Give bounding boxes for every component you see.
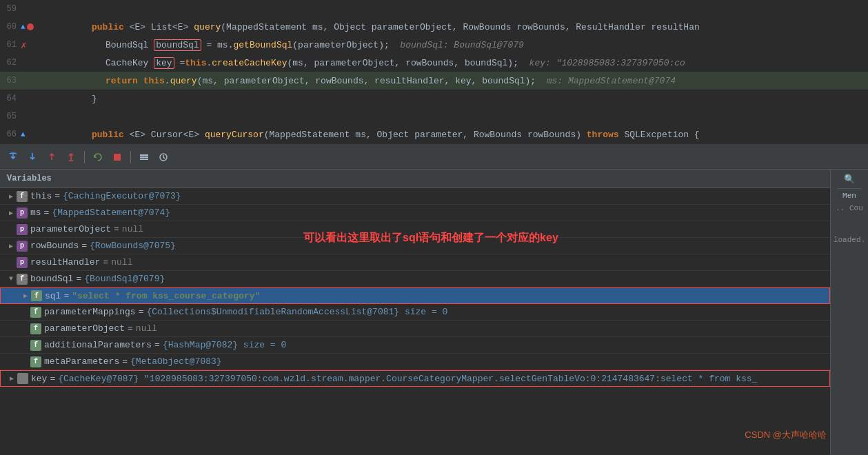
var-parameterobject-nested[interactable]: f parameterObject = null xyxy=(0,321,830,337)
svg-rect-2 xyxy=(140,154,148,156)
var-value-resulthandler: null xyxy=(111,257,132,267)
main-content: Variables f this = {CachingExecutor@7073… xyxy=(0,170,868,455)
code-line-62: 62 CacheKey key = this.createCacheKey (m… xyxy=(0,54,868,72)
var-key[interactable]: key = {CacheKey@7087} "1028985083:327397… xyxy=(0,370,830,387)
var-name-parametermappings: parameterMappings xyxy=(44,307,136,317)
right-panel: 🔍 Men .. Cou loaded. xyxy=(830,170,868,455)
men-label: Men xyxy=(841,189,858,203)
code-line-65: 65 xyxy=(0,108,868,125)
var-value-parametermappings: {Collections$UnmodifiableRandomAccessLis… xyxy=(146,307,447,317)
var-icon-addparams: f xyxy=(30,340,41,351)
expand-key-icon xyxy=(6,373,17,384)
var-value-this: {CachingExecutor@7073} xyxy=(63,191,181,201)
var-value-metaparams: {MetaObject@7083} xyxy=(130,356,222,367)
restart-button[interactable] xyxy=(90,150,105,165)
var-sql[interactable]: f sql = "select * from kss_course_catego… xyxy=(0,287,830,304)
var-name-addparams: additionalParameters xyxy=(44,340,152,350)
resume-button[interactable] xyxy=(63,150,79,165)
code-line-59: 59 xyxy=(0,0,868,18)
code-line-61: 61 ✗ BoundSql boundSql = ms.getBoundSql(… xyxy=(0,36,868,54)
code-line-66: 66 ▲ public <E> Cursor<E> queryCursor(Ma… xyxy=(0,125,868,143)
var-icon-this: f xyxy=(17,191,28,202)
code-line-60: 60 ▲ public <E> List<E> query(MappedStat… xyxy=(0,18,868,36)
var-icon-rowbounds: p xyxy=(17,241,28,252)
code-line-64: 64 } xyxy=(0,90,868,108)
step-over-button[interactable] xyxy=(6,150,21,165)
watch-button[interactable] xyxy=(156,150,171,165)
expand-ms-icon xyxy=(6,208,17,219)
var-metaparameters[interactable]: f metaParameters = {MetaObject@7083} xyxy=(0,354,830,370)
var-this[interactable]: f this = {CachingExecutor@7073} xyxy=(0,188,830,205)
debug-toolbar xyxy=(0,145,868,170)
var-value-po-nested: null xyxy=(136,323,157,334)
var-additionalparameters[interactable]: f additionalParameters = {HashMap@7082} … xyxy=(0,337,830,354)
var-value-key: {CacheKey@7087} "1028985083:327397050:co… xyxy=(58,374,757,384)
var-value-sql: "select * from kss_course_category" xyxy=(72,291,260,301)
var-ms[interactable]: p ms = {MappedStatement@7074} xyxy=(0,205,830,221)
loaded-label: loaded. xyxy=(832,234,867,245)
variables-panel: Variables f this = {CachingExecutor@7073… xyxy=(0,170,830,455)
search-button[interactable]: 🔍 xyxy=(837,170,862,189)
var-name-this: this xyxy=(30,191,52,201)
var-icon-boundsql: f xyxy=(17,274,28,285)
var-icon-metaparams: f xyxy=(30,356,41,367)
var-value-parameterobject: null xyxy=(122,224,143,234)
var-parameterobject[interactable]: p parameterObject = null xyxy=(0,221,830,238)
expand-boundsql-icon xyxy=(6,274,17,285)
var-name-boundsql: boundSql xyxy=(30,274,73,284)
cou-label: .. Cou xyxy=(834,203,865,214)
toolbar-separator-2 xyxy=(130,151,131,163)
svg-rect-1 xyxy=(114,154,121,161)
variables-header: Variables xyxy=(0,170,830,188)
expand-sql-icon xyxy=(20,290,31,301)
var-name-po-nested: parameterObject xyxy=(44,323,125,334)
var-icon-resulthandler: p xyxy=(17,257,28,268)
var-icon-parameterobject: p xyxy=(17,224,28,235)
var-icon-sql: f xyxy=(31,290,42,301)
expand-rowbounds-icon xyxy=(6,241,17,252)
var-boundsql[interactable]: f boundSql = {BoundSql@7079} xyxy=(0,271,830,287)
var-name-parameterobject: parameterObject xyxy=(30,224,111,234)
expand-this-icon xyxy=(6,191,17,202)
svg-rect-4 xyxy=(140,159,148,160)
var-name-sql: sql xyxy=(45,291,61,301)
var-parametermappings[interactable]: f parameterMappings = {Collections$Unmod… xyxy=(0,304,830,321)
var-icon-ms: p xyxy=(17,208,28,219)
var-icon-po-nested: f xyxy=(30,323,41,334)
var-name-key: key xyxy=(31,374,47,384)
var-value-addparams: {HashMap@7082} size = 0 xyxy=(163,340,286,350)
svg-rect-3 xyxy=(140,156,148,158)
var-value-rowbounds: {RowBounds@7075} xyxy=(90,241,176,251)
var-name-ms: ms xyxy=(30,208,41,218)
step-into-button[interactable] xyxy=(25,150,40,165)
step-out-button[interactable] xyxy=(44,150,59,165)
var-resulthandler[interactable]: p resultHandler = null xyxy=(0,254,830,271)
var-value-boundsql: {BoundSql@7079} xyxy=(84,274,165,284)
var-name-metaparams: metaParameters xyxy=(44,356,119,367)
frames-button[interactable] xyxy=(137,150,152,165)
code-line-63: 63 return this.query (ms, parameterObjec… xyxy=(0,72,868,90)
toolbar-separator xyxy=(84,151,85,163)
var-icon-key xyxy=(17,373,28,384)
stop-button[interactable] xyxy=(110,150,125,165)
var-rowbounds[interactable]: p rowBounds = {RowBounds@7075} xyxy=(0,238,830,254)
var-name-resulthandler: resultHandler xyxy=(30,257,100,267)
var-name-rowbounds: rowBounds xyxy=(30,241,79,251)
code-editor: 59 60 ▲ public <E> List<E> query(MappedS… xyxy=(0,0,868,145)
var-value-ms: {MappedStatement@7074} xyxy=(52,208,170,218)
var-icon-parametermappings: f xyxy=(30,307,41,318)
